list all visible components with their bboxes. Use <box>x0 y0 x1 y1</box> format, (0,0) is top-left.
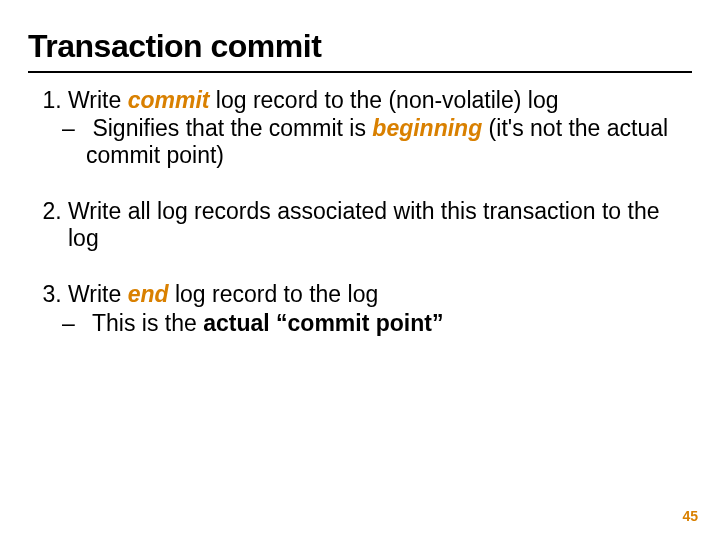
page-number: 45 <box>682 508 698 524</box>
item-1-sub-pre: Signifies that the commit is <box>92 115 372 141</box>
item-1-keyword: commit <box>128 87 210 113</box>
item-3-post: log record to the log <box>169 281 379 307</box>
item-1-sub: Signifies that the commit is beginning (… <box>68 115 692 168</box>
item-1-sub-1: Signifies that the commit is beginning (… <box>86 115 692 168</box>
item-1-sub-keyword: beginning <box>372 115 482 141</box>
slide: Transaction commit Write commit log reco… <box>0 0 720 540</box>
item-3-sub-pre: This is the <box>92 310 203 336</box>
slide-title: Transaction commit <box>28 28 692 65</box>
item-3-sub-1: This is the actual “commit point” <box>86 310 692 336</box>
title-rule <box>28 71 692 73</box>
item-3-sub-bold: actual “commit point” <box>203 310 443 336</box>
item-3-sub: This is the actual “commit point” <box>68 310 692 336</box>
item-1-post: log record to the (non-volatile) log <box>209 87 558 113</box>
item-3: Write end log record to the log This is … <box>68 281 692 336</box>
item-1: Write commit log record to the (non-vola… <box>68 87 692 168</box>
item-1-pre: Write <box>68 87 128 113</box>
item-2-text: Write all log records associated with th… <box>68 198 659 250</box>
item-3-keyword: end <box>128 281 169 307</box>
item-2: Write all log records associated with th… <box>68 198 692 251</box>
item-3-pre: Write <box>68 281 128 307</box>
main-list: Write commit log record to the (non-vola… <box>28 87 692 336</box>
